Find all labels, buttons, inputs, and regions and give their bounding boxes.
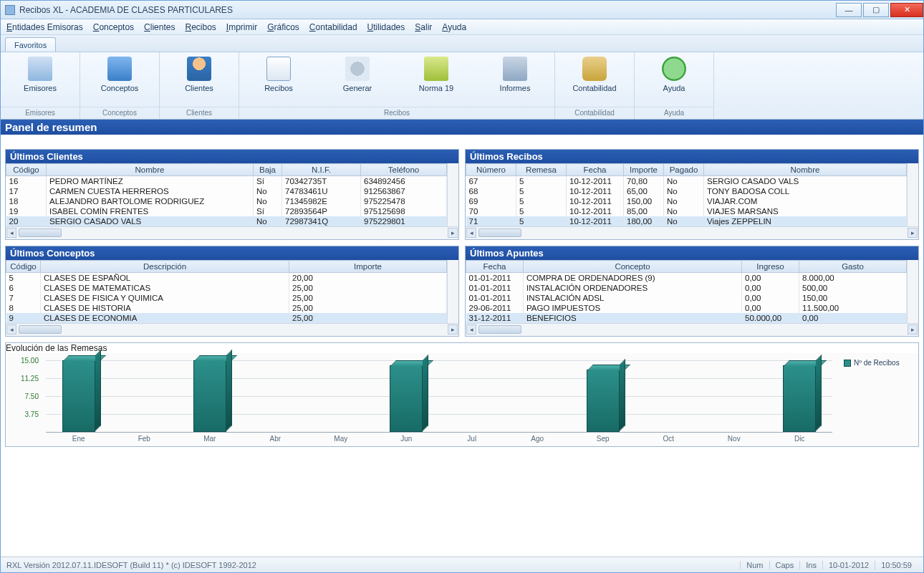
menu-utilidades[interactable]: Utilidades: [367, 22, 405, 32]
horizontal-scrollbar[interactable]: ◂▸: [6, 226, 458, 239]
cell: 5: [516, 196, 567, 206]
table-row[interactable]: 16PEDRO MARTÍNEZSí70342735T634892456: [6, 176, 447, 187]
col-header[interactable]: Código: [6, 261, 41, 273]
col-header[interactable]: Nombre: [47, 164, 254, 176]
ribbon-button-recibos[interactable]: Recibos: [239, 52, 318, 107]
ribbon-button-ayuda[interactable]: Ayuda: [635, 52, 713, 107]
table-row[interactable]: 17CARMEN CUESTA HERREROSNo74783461U91256…: [6, 186, 447, 196]
col-header[interactable]: Fecha: [466, 261, 524, 273]
cell: VIAJES MARSANS: [704, 206, 907, 216]
horizontal-scrollbar[interactable]: ◂▸: [466, 226, 918, 239]
col-header[interactable]: Número: [466, 164, 516, 176]
cell: 150,00: [624, 196, 664, 206]
table-row[interactable]: 31-12-2011BENEFICIOS50.000,000,00: [466, 313, 907, 323]
horizontal-scrollbar[interactable]: ◂▸: [6, 323, 458, 336]
table-row[interactable]: 01-01-2011INSTALACIÓN ADSL0,00150,00: [466, 293, 907, 303]
status-cell: Ins: [799, 561, 822, 569]
col-header[interactable]: Fecha: [567, 164, 624, 176]
maximize-button[interactable]: ▢: [863, 3, 889, 17]
menu-ayuda[interactable]: Ayuda: [442, 22, 466, 32]
vertical-scrollbar[interactable]: [447, 163, 458, 226]
table-row[interactable]: 71510-12-2011180,00NoViajes ZEPPELIN: [466, 216, 907, 226]
ribbon-label: Informes: [500, 84, 531, 92]
col-header[interactable]: Ingreso: [742, 261, 799, 273]
ribbon-button-clientes[interactable]: Clientes: [160, 52, 239, 107]
table-row[interactable]: 29-06-2011PAGO IMPUESTOS0,0011.500,00: [466, 303, 907, 313]
col-header[interactable]: Gasto: [799, 261, 907, 273]
col-header[interactable]: Concepto: [524, 261, 742, 273]
table-row[interactable]: 68510-12-201165,00NoTONY BADOSA COLL: [466, 186, 907, 196]
menu-clientes[interactable]: Clientes: [144, 22, 175, 32]
cell: 71: [466, 216, 516, 226]
col-header[interactable]: Importe: [289, 261, 447, 273]
table-row[interactable]: 70510-12-201185,00NoVIAJES MARSANS: [466, 206, 907, 216]
chart-bar: [587, 370, 620, 432]
menu-contabilidad[interactable]: Contabilidad: [309, 22, 357, 32]
col-header[interactable]: Nombre: [704, 164, 907, 176]
cell: 68: [466, 186, 516, 196]
table-row[interactable]: 18ALEJANDRO BARTOLOME RODRIGUEZNo7134598…: [6, 196, 447, 206]
menu-imprimir[interactable]: Imprimir: [226, 22, 257, 32]
table-row[interactable]: 01-01-2011COMPRA DE ORDENADORES (9)0,008…: [466, 273, 907, 284]
cell: COMPRA DE ORDENADORES (9): [524, 273, 742, 284]
horizontal-scrollbar[interactable]: ◂▸: [466, 323, 918, 336]
table-row[interactable]: 6CLASES DE MATEMATICAS25,00: [6, 283, 447, 293]
menu-conceptos[interactable]: Conceptos: [93, 22, 134, 32]
data-grid[interactable]: FechaConceptoIngresoGasto01-01-2011COMPR…: [466, 260, 907, 323]
summary-header: Panel de resumen: [1, 120, 923, 135]
table-row[interactable]: 5CLASES DE ESPAÑOL20,00: [6, 273, 447, 284]
menu-entidades-emisoras[interactable]: Entidades Emisoras: [6, 22, 83, 32]
ribbon-tab-favoritos[interactable]: Favoritos: [5, 37, 56, 52]
menu-recibos[interactable]: Recibos: [185, 22, 216, 32]
data-grid[interactable]: CódigoNombreBajaN.I.F.Teléfono16PEDRO MA…: [6, 163, 447, 226]
col-header[interactable]: N.I.F.: [282, 164, 361, 176]
ribbon-button-contabilidad[interactable]: Contabilidad: [555, 52, 634, 107]
ribbon-button-informes[interactable]: Informes: [476, 52, 554, 107]
cell: No: [664, 216, 704, 226]
table-row[interactable]: 01-01-2011INSTALACIÓN ORDENADORES0,00500…: [466, 283, 907, 293]
person-icon: [187, 57, 211, 81]
col-header[interactable]: Pagado: [664, 164, 704, 176]
cell: 9: [6, 313, 41, 323]
cell: 0,00: [742, 303, 799, 313]
cell: 50.000,00: [742, 313, 799, 323]
cell: CLASES DE ECONOMIA: [41, 313, 289, 323]
data-grid[interactable]: NúmeroRemesaFechaImportePagadoNombre6751…: [466, 163, 907, 226]
table-row[interactable]: 67510-12-201170,80NoSERGIO CASADO VALS: [466, 176, 907, 187]
vertical-scrollbar[interactable]: [447, 260, 458, 323]
menu-gráficos[interactable]: Gráficos: [267, 22, 299, 32]
table-row[interactable]: 8CLASES DE HISTORIA25,00: [6, 303, 447, 313]
chart-x-label: Jun: [400, 435, 412, 443]
data-grid[interactable]: CódigoDescripciónImporte5CLASES DE ESPAÑ…: [6, 260, 447, 323]
col-header[interactable]: Teléfono: [361, 164, 447, 176]
ribbon-button-norma-19[interactable]: Norma 19: [397, 52, 476, 107]
vertical-scrollbar[interactable]: [907, 163, 918, 226]
table-row[interactable]: 9CLASES DE ECONOMIA25,00: [6, 313, 447, 323]
ribbon-label: Conceptos: [101, 84, 139, 92]
close-button[interactable]: ✕: [890, 3, 923, 17]
vertical-scrollbar[interactable]: [907, 260, 918, 323]
chart-x-label: Sep: [597, 435, 610, 443]
minimize-button[interactable]: —: [836, 3, 862, 17]
table-row[interactable]: 20SERGIO CASADO VALSNo72987341Q975229801: [6, 216, 447, 226]
ribbon-label: Emisores: [24, 84, 57, 92]
menu-salir[interactable]: Salir: [415, 22, 432, 32]
cell: 31-12-2011: [466, 313, 524, 323]
chart-legend: Nº de Recibos: [839, 353, 918, 446]
table-row[interactable]: 69510-12-2011150,00NoVIAJAR.COM: [466, 196, 907, 206]
col-header[interactable]: Baja: [254, 164, 282, 176]
table-row[interactable]: 19ISABEL COMÍN FRENTESSí72893564P9751256…: [6, 206, 447, 216]
cell: TONY BADOSA COLL: [704, 186, 907, 196]
ribbon-group-caption: Ayuda: [635, 107, 713, 119]
chart-x-label: Nov: [728, 435, 741, 443]
ribbon-button-generar[interactable]: Generar: [318, 52, 397, 107]
cell: No: [254, 186, 282, 196]
ribbon-button-emisores[interactable]: Emisores: [1, 52, 80, 107]
ribbon-button-conceptos[interactable]: Conceptos: [80, 52, 159, 107]
col-header[interactable]: Remesa: [516, 164, 567, 176]
table-row[interactable]: 7CLASES DE FISICA Y QUIMICA25,00: [6, 293, 447, 303]
col-header[interactable]: Descripción: [41, 261, 289, 273]
col-header[interactable]: Código: [6, 164, 47, 176]
col-header[interactable]: Importe: [624, 164, 664, 176]
chart-x-label: May: [334, 435, 347, 443]
